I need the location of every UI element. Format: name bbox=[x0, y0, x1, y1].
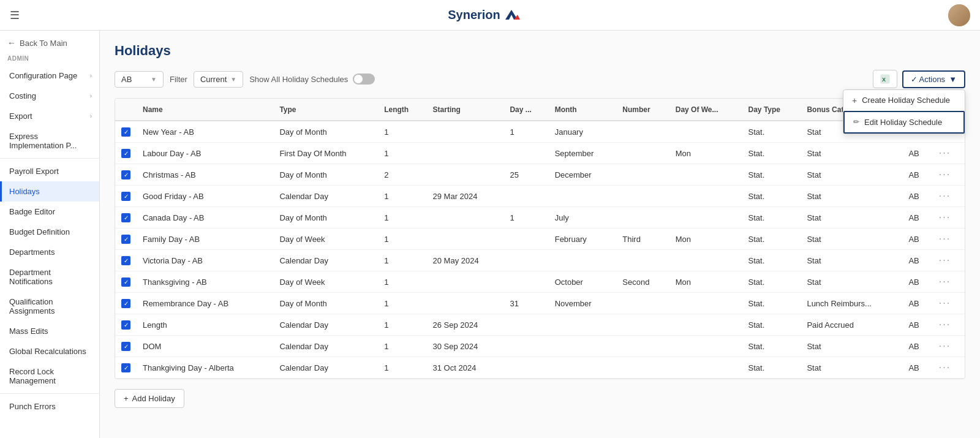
back-to-main[interactable]: ← Back To Main bbox=[0, 31, 99, 53]
row-dots-cell[interactable]: ··· bbox=[933, 186, 965, 207]
row-checkbox-cell[interactable]: ✓ bbox=[115, 121, 137, 143]
row-dots-button[interactable]: ··· bbox=[939, 362, 951, 372]
sidebar-item-qualification-assignments[interactable]: Qualification Assignments bbox=[0, 292, 99, 321]
row-dots-cell[interactable]: ··· bbox=[933, 228, 965, 250]
row-month: November bbox=[549, 293, 617, 314]
row-dots-cell[interactable]: ··· bbox=[933, 250, 965, 271]
edit-holiday-schedule-item[interactable]: ✏ Edit Holiday Schedule bbox=[843, 111, 965, 134]
row-length: 1 bbox=[378, 207, 426, 228]
row-dots-cell[interactable]: ··· bbox=[933, 336, 965, 357]
excel-export-button[interactable]: X bbox=[873, 70, 897, 88]
row-checkbox-cell[interactable]: ✓ bbox=[115, 293, 137, 314]
row-day: 31 bbox=[503, 293, 548, 314]
sidebar-item-badge-editor[interactable]: Badge Editor bbox=[0, 202, 99, 222]
row-type: Calendar Day bbox=[273, 357, 378, 379]
row-schedule: AB bbox=[902, 207, 932, 228]
sidebar-item-holidays[interactable]: Holidays bbox=[0, 181, 99, 202]
row-checkbox-cell[interactable]: ✓ bbox=[115, 357, 137, 379]
sidebar-item-budget-definition[interactable]: Budget Definition bbox=[0, 222, 99, 242]
sidebar-item-label: Payroll Export bbox=[9, 167, 59, 176]
row-dots-button[interactable]: ··· bbox=[939, 319, 951, 330]
sidebar-item-punch-errors[interactable]: Punch Errors bbox=[0, 396, 99, 417]
row-name: Remembrance Day - AB bbox=[137, 293, 273, 314]
show-all-toggle[interactable] bbox=[353, 74, 375, 85]
sidebar-item-payroll-export[interactable]: Payroll Export bbox=[0, 161, 99, 181]
add-holiday-button[interactable]: + Add Holiday bbox=[115, 389, 184, 408]
table-body: ✓ New Year - AB Day of Month 1 1 January… bbox=[115, 121, 965, 379]
row-checkbox[interactable]: ✓ bbox=[121, 170, 130, 179]
row-length: 1 bbox=[378, 336, 426, 357]
row-dots-button[interactable]: ··· bbox=[939, 298, 951, 308]
actions-button[interactable]: ✓ Actions ▼ bbox=[902, 70, 965, 88]
row-dots-button[interactable]: ··· bbox=[939, 341, 951, 351]
row-dots-cell[interactable]: ··· bbox=[933, 207, 965, 228]
row-checkbox[interactable]: ✓ bbox=[121, 363, 130, 372]
row-dots-cell[interactable]: ··· bbox=[933, 314, 965, 336]
row-day-type: Stat. bbox=[742, 336, 801, 357]
row-checkbox-cell[interactable]: ✓ bbox=[115, 207, 137, 228]
row-checkbox[interactable]: ✓ bbox=[121, 299, 130, 308]
row-checkbox-cell[interactable]: ✓ bbox=[115, 228, 137, 250]
row-checkbox[interactable]: ✓ bbox=[121, 213, 130, 222]
row-type: Calendar Day bbox=[273, 314, 378, 336]
row-checkbox-cell[interactable]: ✓ bbox=[115, 314, 137, 336]
row-checkbox[interactable]: ✓ bbox=[121, 342, 130, 351]
sidebar-item-mass-edits[interactable]: Mass Edits bbox=[0, 321, 99, 341]
row-checkbox-cell[interactable]: ✓ bbox=[115, 164, 137, 186]
row-number: Third bbox=[616, 228, 669, 250]
sidebar-item-export[interactable]: Export › bbox=[0, 106, 99, 126]
row-checkbox-cell[interactable]: ✓ bbox=[115, 186, 137, 207]
row-dots-button[interactable]: ··· bbox=[939, 255, 951, 265]
row-day-of-week bbox=[669, 336, 742, 357]
row-checkbox[interactable]: ✓ bbox=[121, 127, 130, 137]
row-checkbox[interactable]: ✓ bbox=[121, 235, 130, 244]
row-checkbox-cell[interactable]: ✓ bbox=[115, 271, 137, 293]
row-dots-cell[interactable]: ··· bbox=[933, 357, 965, 379]
sidebar-item-global-recalculations[interactable]: Global Recalculations bbox=[0, 341, 99, 361]
row-type: Day of Week bbox=[273, 271, 378, 293]
row-dots-button[interactable]: ··· bbox=[939, 148, 951, 158]
region-select[interactable]: AB ▼ bbox=[115, 71, 164, 88]
sidebar-item-departments[interactable]: Departments bbox=[0, 242, 99, 262]
sidebar-item-configuration-page[interactable]: Configuration Page › bbox=[0, 66, 99, 86]
row-checkbox[interactable]: ✓ bbox=[121, 320, 130, 330]
actions-caret-icon: ▼ bbox=[949, 75, 957, 84]
sidebar-item-department-notifications[interactable]: Department Notifications bbox=[0, 262, 99, 292]
time-filter-select[interactable]: Current ▼ bbox=[194, 71, 243, 88]
table-row: ✓ Thankgiving Day - Alberta Calendar Day… bbox=[115, 357, 965, 379]
row-starting: 31 Oct 2024 bbox=[427, 357, 504, 379]
row-day-of-week bbox=[669, 250, 742, 271]
row-starting bbox=[427, 164, 504, 186]
row-day bbox=[503, 336, 548, 357]
create-holiday-schedule-item[interactable]: + Create Holiday Schedule bbox=[843, 90, 965, 111]
row-checkbox[interactable]: ✓ bbox=[121, 278, 130, 287]
row-dots-cell[interactable]: ··· bbox=[933, 164, 965, 186]
row-checkbox[interactable]: ✓ bbox=[121, 192, 130, 201]
hamburger-icon[interactable]: ☰ bbox=[10, 9, 20, 22]
avatar[interactable] bbox=[948, 4, 970, 26]
row-starting bbox=[427, 293, 504, 314]
row-checkbox[interactable]: ✓ bbox=[121, 149, 130, 158]
row-dots-cell[interactable]: ··· bbox=[933, 271, 965, 293]
show-all-toggle-group: Show All Holiday Schedules bbox=[249, 74, 375, 85]
row-checkbox-cell[interactable]: ✓ bbox=[115, 250, 137, 271]
sidebar-item-costing[interactable]: Costing › bbox=[0, 86, 99, 106]
row-dots-button[interactable]: ··· bbox=[939, 191, 951, 201]
row-dots-button[interactable]: ··· bbox=[939, 233, 951, 244]
row-checkbox-cell[interactable]: ✓ bbox=[115, 336, 137, 357]
sidebar-item-express-implementation[interactable]: Express Implementation P... bbox=[0, 126, 99, 156]
row-dots-button[interactable]: ··· bbox=[939, 276, 951, 287]
row-dots-button[interactable]: ··· bbox=[939, 169, 951, 179]
sidebar-item-label: Departments bbox=[9, 247, 55, 257]
row-dots-button[interactable]: ··· bbox=[939, 212, 951, 222]
row-day bbox=[503, 143, 548, 164]
row-length: 1 bbox=[378, 228, 426, 250]
row-dots-cell[interactable]: ··· bbox=[933, 293, 965, 314]
toolbar: AB ▼ Filter Current ▼ Show All Holiday S… bbox=[115, 70, 965, 88]
sidebar-item-record-lock-management[interactable]: Record Lock Management bbox=[0, 361, 99, 391]
row-checkbox[interactable]: ✓ bbox=[121, 256, 130, 265]
row-dots-cell[interactable]: ··· bbox=[933, 143, 965, 164]
row-day-type: Stat. bbox=[742, 250, 801, 271]
col-starting: Starting bbox=[427, 99, 504, 121]
row-checkbox-cell[interactable]: ✓ bbox=[115, 143, 137, 164]
